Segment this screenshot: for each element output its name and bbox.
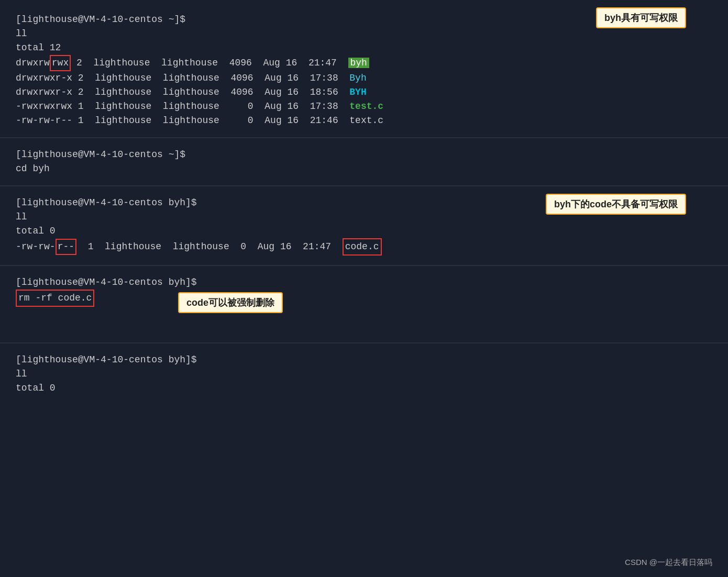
terminal-section-5: [lighthouse@VM-4-10-centos byh]$ ll tota… (0, 343, 728, 405)
command-cd-byh: cd byh (16, 162, 712, 176)
command-ll-5: ll (16, 367, 712, 381)
terminal-section-4: code可以被强制删除 [lighthouse@VM-4-10-centos b… (0, 266, 728, 343)
testc-green: test.c (349, 101, 383, 112)
output-line-byh-cyan: drwxrwxr-x 2 lighthouse lighthouse 4096 … (16, 71, 712, 85)
prompt-text: [lighthouse@VM-4-10-centos ~]$ (16, 14, 185, 25)
prompt-line-5: [lighthouse@VM-4-10-centos byh]$ (16, 353, 712, 367)
output-line-byh-bright-cyan: drwxrwxr-x 2 lighthouse lighthouse 4096 … (16, 85, 712, 99)
output-total-3: total 0 (16, 224, 712, 238)
codec-box: code.c (343, 238, 382, 256)
prompt-line-2: [lighthouse@VM-4-10-centos ~]$ (16, 148, 712, 162)
terminal-section-2: [lighthouse@VM-4-10-centos ~]$ cd byh (0, 138, 728, 186)
byh-green-dir: byh (348, 58, 369, 68)
csdn-watermark: CSDN @一起去看日落吗 (625, 558, 712, 568)
terminal-section-1: byh具有可写权限 [lighthouse@VM-4-10-centos ~]$… (0, 0, 728, 138)
rm-rf-box: rm -rf code.c (16, 290, 94, 307)
output-line-textc: -rw-rw-r-- 1 lighthouse lighthouse 0 Aug… (16, 114, 712, 128)
output-line-byh-green: drwxrwrwx 2 lighthouse lighthouse 4096 A… (16, 55, 712, 71)
command-ll-1: ll (16, 27, 712, 41)
output-line-codec: -rw-rw-r-- 1 lighthouse lighthouse 0 Aug… (16, 238, 712, 256)
terminal-section-3: byh下的code不具备可写权限 [lighthouse@VM-4-10-cen… (0, 186, 728, 266)
annotation-code-force-delete: code可以被强制删除 (178, 292, 283, 313)
byh-cyan-dir: Byh (349, 73, 366, 83)
annotation-byh-write-permission: byh具有可写权限 (596, 7, 686, 28)
output-total-5: total 0 (16, 381, 712, 395)
annotation-code-no-write: byh下的code不具备可写权限 (546, 194, 686, 215)
prompt-line-4: [lighthouse@VM-4-10-centos byh]$ (16, 275, 712, 290)
rwx-highlight: rwx (50, 55, 71, 71)
output-line-testc: -rwxrwxrwx 1 lighthouse lighthouse 0 Aug… (16, 99, 712, 114)
r-minus-highlight: r-- (56, 239, 76, 255)
byh-bright-cyan-dir: BYH (349, 87, 366, 97)
output-total-1: total 12 (16, 41, 712, 55)
command-rm-rf: rm -rf code.c (16, 290, 712, 307)
